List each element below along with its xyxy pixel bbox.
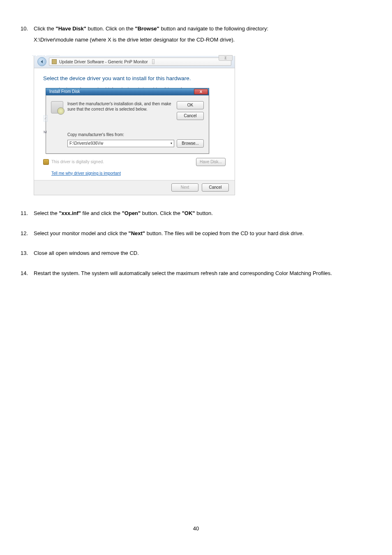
disk-icon [51,101,63,113]
step-number: 10. [21,25,34,44]
cancel-button[interactable]: Cancel [202,183,229,192]
section-title: Select the device driver you want to ins… [43,74,226,83]
text: button. Click on the [86,25,135,32]
step-body: Select the "xxx.inf" file and click the … [34,209,371,218]
text: button. [195,210,213,216]
inner-dialog-titlebar: Install From Disk X [46,88,209,95]
step-number: 14. [21,269,34,278]
background-list-fragment: ✓ M [44,115,48,135]
window-close-button[interactable]: Σ [219,55,233,61]
bold-text: "OK" [182,210,195,216]
step-11: 11. Select the "xxx.inf" file and click … [21,209,371,218]
close-icon[interactable]: X [194,89,208,95]
next-button[interactable]: Next [171,183,198,192]
text: Insert the manufacturer's installation d… [67,102,171,106]
ok-button[interactable]: OK [177,101,204,109]
breadcrumb-text: Update Driver Software - Generic PnP Mon… [59,58,148,65]
text: button. The files will be copied from th… [145,230,304,236]
text: Select your monitor model and click the [34,230,129,236]
step-body: Select your monitor model and click the … [34,229,371,238]
text: button. Click the [141,210,182,216]
step-body: Close all open windows and remove the CD… [34,249,371,258]
screenshot-embed: ··· ······ ·········· Σ Update Driver So… [34,56,371,195]
inner-dialog-title: Install From Disk [49,88,80,95]
browse-button[interactable]: Browse... [177,139,204,148]
signed-text: This driver is digitally signed. [51,159,194,165]
step-13: 13. Close all open windows and remove th… [21,249,371,258]
shield-icon [43,159,49,165]
text: file and click the [81,210,122,216]
step-10: 10. Click the "Have Disk" button. Click … [21,25,371,44]
step-number: 11. [21,209,34,218]
bold-text: "Have Disk" [55,25,86,32]
step-12: 12. Select your monitor model and click … [21,229,371,238]
text: button and navigate to the following dir… [159,25,268,32]
bold-text: "Open" [122,210,141,216]
folder-icon [52,59,57,64]
back-button[interactable] [37,57,46,66]
cancel-button[interactable]: Cancel [177,112,204,120]
text: Click the [34,25,55,32]
step-14: 14. Restart the system. The system will … [21,269,371,278]
have-disk-button[interactable]: Have Disk... [196,158,226,166]
bold-text: "Next" [129,230,145,236]
bold-text: "Browse" [135,25,159,32]
window-trail-decoration: ··· ······ ·········· [32,53,60,59]
text: Select the [34,210,59,216]
path-value: F:\Drivers\e936Vw [69,140,103,147]
dialog-footer: Next Cancel [34,180,235,195]
chevron-down-icon[interactable]: ▾ [171,140,172,147]
driver-signing-link[interactable]: Tell me why driver signing is important [51,170,226,177]
path-input[interactable]: F:\Drivers\e936Vw ▾ [67,140,174,147]
step-number: 12. [21,229,34,238]
windows-dialog: ··· ······ ·········· Σ Update Driver So… [34,56,235,195]
nav-bar: Update Driver Software - Generic PnP Mon… [34,56,235,68]
check-icon: ✓ [44,115,48,122]
inner-message: Insert the manufacturer's installation d… [67,101,173,120]
copy-from-label: Copy manufacturer's files from: [67,132,204,138]
breadcrumb[interactable]: Update Driver Software - Generic PnP Mon… [49,58,231,66]
bold-text: "xxx.inf" [59,210,81,216]
step-number: 13. [21,249,34,258]
step-body: Restart the system. The system will auto… [34,269,371,278]
breadcrumb-dropdown-icon[interactable] [152,59,154,64]
page-number: 40 [21,525,371,533]
text: sure that the correct drive is selected … [67,107,148,111]
step-body: Click the "Have Disk" button. Click on t… [34,25,371,44]
install-from-disk-dialog: Install From Disk X ✓ M Insert the manuf… [46,92,209,154]
text-fragment: M [44,129,48,135]
text: X:\Driver\module name (where X is the dr… [34,36,371,44]
